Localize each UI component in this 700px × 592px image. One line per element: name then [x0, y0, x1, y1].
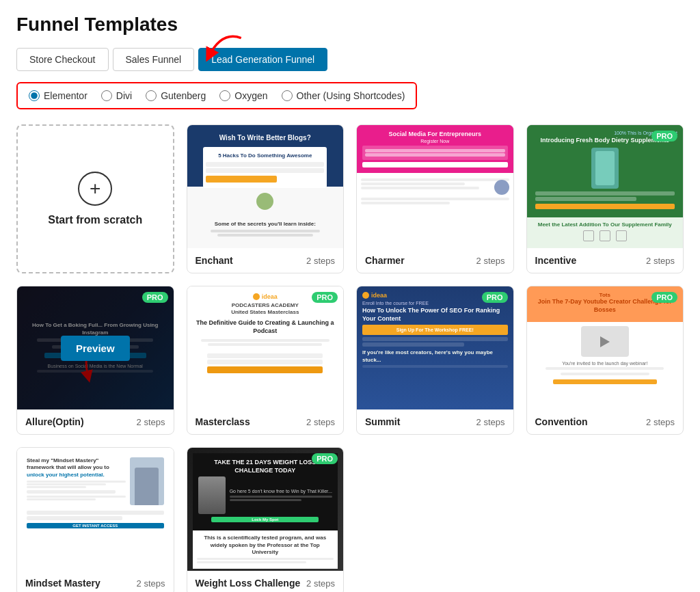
allure-overlay[interactable]: Preview: [17, 286, 174, 409]
charmer-footer: Charmer 2 steps: [357, 248, 513, 273]
enchant-name: Enchant: [196, 255, 233, 266]
allure-preview-btn[interactable]: Preview: [61, 336, 130, 361]
masterclass-pro-badge: PRO: [312, 292, 338, 303]
summit-name: Summit: [365, 416, 400, 427]
mindset-preview: Steal my "Mindset Mastery" framework tha…: [17, 448, 174, 571]
weightloss-steps: 2 steps: [306, 578, 335, 589]
weightloss-preview: TAKE THE 21 DAYS WEIGHT LOSS CHALLENGE T…: [187, 448, 344, 571]
template-incentive[interactable]: 100% This Is Organic Product Introducing…: [526, 124, 684, 273]
allure-preview: How To Get a Boking Full... From Growing…: [17, 286, 174, 409]
plus-icon: +: [78, 172, 112, 206]
mindset-name: Mindset Mastery: [25, 578, 100, 589]
allure-name: Allure(Optin): [25, 416, 84, 427]
weightloss-pro-badge: PRO: [312, 453, 338, 464]
allure-pro-badge: PRO: [142, 292, 168, 303]
masterclass-preview: ideaa PODCASTERS ACADEMYUnited States Ma…: [187, 286, 344, 409]
template-enchant[interactable]: Wish To Write Better Blogs? 5 Hacks To D…: [187, 124, 345, 273]
incentive-steps: 2 steps: [646, 256, 675, 266]
enchant-steps: 2 steps: [306, 256, 335, 266]
incentive-preview: 100% This Is Organic Product Introducing…: [527, 125, 684, 248]
masterclass-footer: Masterclass 2 steps: [187, 409, 344, 434]
radio-options-row: Elementor Divi Gutenberg Oxygen Other (U…: [16, 82, 417, 109]
templates-grid: + Start from scratch Wish To Write Bette…: [16, 124, 684, 592]
masterclass-steps: 2 steps: [306, 417, 335, 427]
weightloss-footer: Weight Loss Challenge 2 steps: [187, 571, 344, 592]
radio-other[interactable]: Other (Using Shortcodes): [282, 90, 405, 101]
convention-pro-badge: PRO: [651, 292, 677, 303]
masterclass-name: Masterclass: [196, 416, 250, 427]
summit-footer: Summit 2 steps: [357, 409, 513, 434]
template-allure[interactable]: How To Get a Boking Full... From Growing…: [16, 286, 174, 435]
template-weightloss[interactable]: TAKE THE 21 DAYS WEIGHT LOSS CHALLENGE T…: [187, 447, 345, 592]
template-summit[interactable]: ideaa Enroll Into the course for FREE Ho…: [356, 286, 514, 435]
charmer-name: Charmer: [365, 255, 405, 266]
page-title: Funnel Templates: [16, 14, 684, 36]
mindset-footer: Mindset Mastery 2 steps: [17, 571, 174, 592]
radio-gutenberg[interactable]: Gutenberg: [146, 90, 206, 101]
radio-divi[interactable]: Divi: [101, 90, 132, 101]
convention-footer: Convention 2 steps: [527, 409, 684, 434]
radio-oxygen[interactable]: Oxygen: [219, 90, 267, 101]
tab-sales-funnel[interactable]: Sales Funnel: [113, 48, 195, 71]
radio-elementor[interactable]: Elementor: [29, 90, 88, 101]
scratch-label: Start from scratch: [48, 214, 142, 226]
enchant-footer: Enchant 2 steps: [187, 248, 344, 273]
incentive-pro-badge: PRO: [651, 131, 677, 142]
template-scratch[interactable]: + Start from scratch: [16, 124, 174, 273]
allure-steps: 2 steps: [137, 417, 165, 427]
charmer-steps: 2 steps: [476, 256, 505, 266]
summit-pro-badge: PRO: [482, 292, 508, 303]
summit-preview: ideaa Enroll Into the course for FREE Ho…: [357, 286, 513, 409]
allure-footer: Allure(Optin) 2 steps: [17, 409, 174, 434]
mindset-steps: 2 steps: [137, 578, 165, 589]
incentive-footer: Incentive 2 steps: [527, 248, 684, 273]
template-mindset[interactable]: Steal my "Mindset Mastery" framework tha…: [16, 447, 174, 592]
enchant-preview: Wish To Write Better Blogs? 5 Hacks To D…: [187, 125, 344, 248]
template-charmer[interactable]: Social Media For Entrepreneurs Register …: [356, 124, 514, 273]
convention-preview: Tots Join The 7-Day Youtube Creator Chal…: [527, 286, 684, 409]
tab-store-checkout[interactable]: Store Checkout: [16, 48, 109, 71]
summit-steps: 2 steps: [476, 417, 505, 427]
template-masterclass[interactable]: ideaa PODCASTERS ACADEMYUnited States Ma…: [187, 286, 345, 435]
incentive-name: Incentive: [535, 255, 577, 266]
weightloss-name: Weight Loss Challenge: [196, 578, 301, 589]
convention-name: Convention: [535, 416, 588, 427]
charmer-preview: Social Media For Entrepreneurs Register …: [357, 125, 513, 248]
tabs-row: Store Checkout Sales Funnel Lead Generat…: [16, 48, 684, 71]
convention-steps: 2 steps: [646, 417, 675, 427]
template-convention[interactable]: Tots Join The 7-Day Youtube Creator Chal…: [526, 286, 684, 435]
